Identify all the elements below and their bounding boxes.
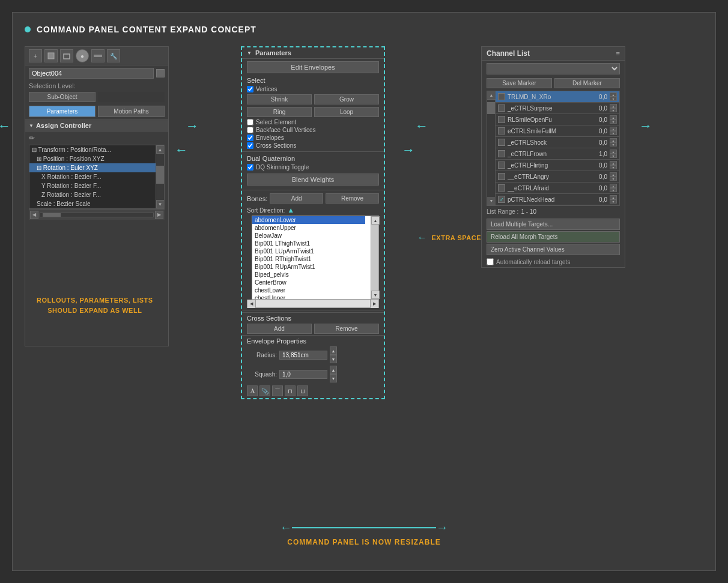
loop-btn[interactable]: Loop (314, 107, 379, 117)
bone-list-item-9[interactable]: chestLower (252, 286, 365, 294)
bone-list-item-6[interactable]: Bip001 RUpArmTwist1 (252, 263, 365, 271)
object-name-input[interactable] (29, 68, 154, 79)
ring-btn[interactable]: Ring (247, 107, 312, 117)
grow-btn[interactable]: Grow (314, 94, 379, 104)
bone-list-item-3[interactable]: Bip001 LThighTwist1 (252, 240, 365, 247)
channel-check-6[interactable] (498, 162, 505, 169)
select-element-check[interactable] (247, 119, 253, 125)
channel-check-5[interactable] (498, 150, 505, 157)
tree-scroll-up[interactable]: ▲ (156, 145, 165, 154)
channel-check-7[interactable] (498, 173, 505, 180)
cross-section-remove-btn[interactable]: Remove (314, 324, 379, 334)
save-marker-btn[interactable]: Save Marker (487, 78, 552, 88)
radius-up[interactable]: ▲ (330, 346, 337, 355)
channel-check-1[interactable] (498, 104, 505, 112)
bone-list-item-5[interactable]: Bip001 RThighTwist1 (252, 255, 365, 263)
remove-bone-btn[interactable]: Remove (326, 193, 379, 204)
channel-item-9[interactable]: ✓ pCTRLNeckHead 0,0 ▲ ▼ (496, 194, 619, 205)
sphere-btn[interactable]: ● (76, 49, 89, 62)
channel-item-5[interactable]: _eCTRLFrown 1,0 ▲ ▼ (496, 148, 619, 160)
channel-spin-down-8[interactable]: ▼ (610, 188, 617, 192)
envelopes-check[interactable] (247, 134, 253, 141)
channel-select[interactable] (487, 63, 620, 74)
channel-item-3[interactable]: eCTRLSmileFullM 0,0 ▲ ▼ (496, 125, 619, 137)
lock-btn[interactable] (156, 69, 165, 77)
channel-spin-down-0[interactable]: ▼ (610, 97, 617, 101)
bone-list-item-2[interactable]: BelowJaw (252, 232, 365, 240)
channel-item-0[interactable]: TRLMD_N_XRo 0,0 ▲ ▼ (496, 91, 619, 103)
channel-spin-up-8[interactable]: ▲ (610, 184, 617, 188)
squash-input[interactable] (279, 370, 327, 379)
channel-spin-up-0[interactable]: ▲ (610, 92, 617, 97)
cross-sections-check[interactable] (247, 142, 253, 149)
channel-spin-down-9[interactable]: ▼ (610, 199, 617, 204)
squash-up[interactable]: ▲ (330, 366, 337, 374)
channel-spin-down-3[interactable]: ▼ (610, 131, 617, 135)
blend-weights-btn[interactable]: Blend Weights (247, 174, 379, 186)
cross-section-add-btn[interactable]: Add (247, 324, 312, 334)
channel-list-scroll-up[interactable]: ▲ (487, 91, 496, 100)
bone-list-item-1[interactable]: abdomenUpper (252, 224, 365, 232)
zero-active-btn[interactable]: Zero Active Channel Values (487, 244, 620, 255)
tree-item-5[interactable]: Z Rotation : Bezier F... (29, 190, 156, 199)
bone-list-item-8[interactable]: CenterBrow (252, 279, 365, 286)
channel-item-6[interactable]: _eCTRLFlirting 0,0 ▲ ▼ (496, 160, 619, 171)
channel-spin-down-4[interactable]: ▼ (610, 142, 617, 147)
icon-btn-3[interactable]: ⌒ (272, 385, 283, 396)
channel-spin-down-6[interactable]: ▼ (610, 165, 617, 169)
radius-down[interactable]: ▼ (330, 355, 337, 363)
channel-spin-up-5[interactable]: ▲ (610, 150, 617, 154)
tree-item-1[interactable]: ⊞ Position : Position XYZ (29, 154, 156, 163)
shapes-btn[interactable] (60, 49, 73, 62)
bone-list-item-7[interactable]: Biped_pelvis (252, 271, 365, 279)
channel-check-9[interactable]: ✓ (498, 196, 505, 203)
plane-btn[interactable] (91, 49, 105, 62)
channel-spin-up-7[interactable]: ▲ (610, 172, 617, 177)
channel-spin-up-9[interactable]: ▲ (610, 195, 617, 199)
create-btn[interactable]: + (29, 49, 42, 62)
channel-item-1[interactable]: _eCTRLSurprise 0,0 ▲ ▼ (496, 103, 619, 114)
icon-btn-2[interactable]: 📎 (259, 385, 270, 396)
tree-item-0[interactable]: ⊟ Transform : Position/Rota... (29, 145, 156, 154)
shrink-btn[interactable]: Shrink (247, 94, 312, 104)
geometry-btn[interactable] (44, 49, 58, 62)
dq-toggle-check[interactable] (247, 164, 253, 171)
channel-spin-up-6[interactable]: ▲ (610, 161, 617, 165)
channel-check-3[interactable] (498, 127, 505, 134)
assign-controller-rollout[interactable]: ▼ Assign Controller (25, 119, 168, 131)
bone-list-item-4[interactable]: Bip001 LUpArmTwist1 (252, 247, 365, 255)
squash-down[interactable]: ▼ (330, 374, 337, 382)
channel-menu-btn[interactable]: ≡ (616, 50, 620, 57)
backface-cull-check[interactable] (247, 127, 253, 133)
icon-btn-5[interactable]: ⊔ (297, 385, 308, 396)
channel-spin-up-3[interactable]: ▲ (610, 127, 617, 131)
tab-motion-paths[interactable]: Motion Paths (98, 106, 165, 117)
bone-list-scroll-right[interactable]: ▶ (370, 300, 378, 308)
reload-all-btn[interactable]: Reload All Morph Targets (487, 231, 620, 243)
channel-item-7[interactable]: __eCTRLAngry 0,0 ▲ ▼ (496, 171, 619, 183)
tree-scroll-down[interactable]: ▼ (156, 200, 165, 208)
tree-item-4[interactable]: Y Rotation : Bezier F... (29, 181, 156, 190)
icon-btn-4[interactable]: ⊓ (285, 385, 296, 396)
sub-object-btn[interactable]: Sub-Object (29, 92, 96, 102)
bone-list[interactable]: abdomenLower abdomenUpper BelowJaw Bip00… (252, 216, 374, 300)
load-multiple-btn[interactable]: Load Multiple Targets... (487, 219, 620, 230)
bone-list-scroll-up[interactable]: ▲ (371, 216, 380, 225)
channel-item-4[interactable]: _eCTRLShock 0,0 ▲ ▼ (496, 137, 619, 148)
tree-item-3[interactable]: X Rotation : Bezier F... (29, 172, 156, 181)
tree-item-6[interactable]: Scale : Bezier Scale (29, 199, 156, 208)
channel-item-8[interactable]: __eCTRLAfraid 0,0 ▲ ▼ (496, 183, 619, 194)
icon-btn-1[interactable]: 𝐀 (247, 385, 258, 396)
add-bone-btn[interactable]: Add (270, 193, 323, 204)
bone-list-item-10[interactable]: chestUpper (252, 294, 365, 300)
edit-envelopes-btn[interactable]: Edit Envelopes (247, 61, 379, 73)
channel-spin-up-1[interactable]: ▲ (610, 104, 617, 108)
tree-scroll-left[interactable]: ◀ (30, 211, 38, 219)
auto-reload-check[interactable] (487, 258, 494, 265)
vertices-check[interactable] (247, 86, 253, 92)
del-marker-btn[interactable]: Del Marker (554, 78, 620, 88)
channel-check-8[interactable] (498, 184, 505, 192)
channel-spin-down-2[interactable]: ▼ (610, 119, 617, 124)
channel-check-0[interactable] (498, 93, 505, 100)
bone-list-scroll-left[interactable]: ◀ (247, 300, 256, 308)
